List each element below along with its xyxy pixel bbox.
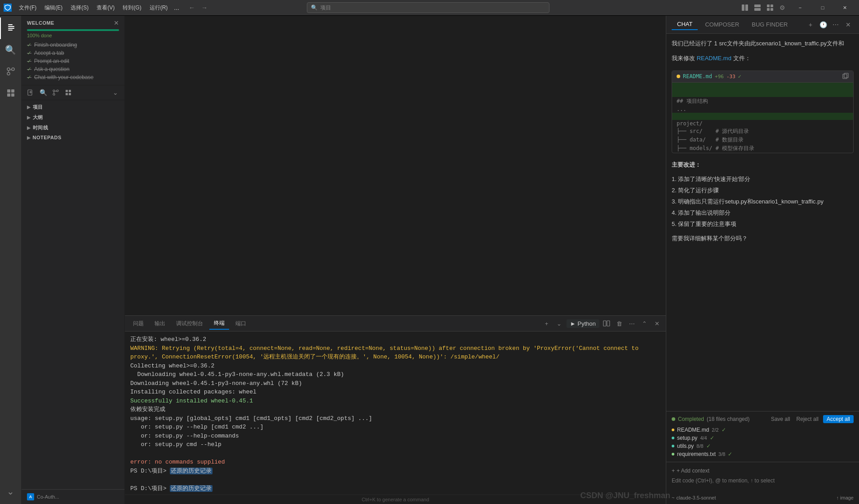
svg-rect-33 (603, 321, 606, 326)
save-all-btn[interactable]: Save all (769, 415, 792, 423)
chat-close-btn[interactable]: ✕ (843, 19, 854, 30)
terminal-highlight-cmd[interactable]: 还原的历史记录 (170, 468, 213, 474)
reject-all-btn[interactable]: Reject all (795, 415, 820, 423)
menu-run[interactable]: 运行(R) (146, 2, 172, 13)
sidebar-toolbar: 🔍 ⌄ (22, 85, 124, 100)
add-context-label: + Add context (677, 468, 709, 474)
chat-new-btn[interactable]: + (805, 19, 816, 30)
file-name: setup.py (677, 435, 697, 441)
chat-history-btn[interactable]: 🕐 (818, 19, 828, 30)
activity-source-control[interactable] (0, 61, 22, 82)
sidebar-search[interactable]: 🔍 (38, 87, 49, 98)
diff-box: README.md +96 -33 ✓ ## 项目结构 ... (672, 71, 854, 153)
close-button[interactable]: ✕ (835, 0, 855, 16)
menu-goto[interactable]: 转到(G) (119, 2, 145, 13)
activity-bar: 🔍 ⌄ (0, 16, 22, 504)
menu-file[interactable]: 文件(F) (15, 2, 40, 13)
terminal-more-btn[interactable]: ⋯ (626, 318, 637, 329)
tab-debug-console[interactable]: 调试控制台 (172, 318, 208, 329)
menu-select[interactable]: 选择(S) (67, 2, 92, 13)
nav-buttons: ← → (186, 2, 210, 13)
sidebar-source-ctrl[interactable] (50, 87, 61, 98)
terminal-highlight-cmd2[interactable]: 还原的历史记录 (170, 485, 213, 492)
ai-status-bar: A Co-Auth... (22, 489, 124, 504)
svg-rect-21 (28, 90, 32, 95)
file-check: ✓ (722, 427, 726, 433)
diff-copy-btn[interactable] (842, 73, 849, 80)
editor-area (125, 16, 666, 315)
tab-problems[interactable]: 问题 (128, 318, 148, 329)
activity-search[interactable]: 🔍 (0, 39, 22, 61)
maximize-button[interactable]: □ (812, 0, 833, 16)
menu-more[interactable]: ... (172, 2, 181, 13)
terminal-line (130, 449, 660, 458)
sidebar-section-notepads[interactable]: ▶ NOTEPADS (22, 133, 124, 142)
tab-terminal[interactable]: 终端 (209, 318, 229, 330)
chat-more-btn[interactable]: ⋯ (830, 19, 841, 30)
chat-input-field[interactable] (672, 476, 854, 492)
tab-chat[interactable]: CHAT (672, 19, 698, 30)
add-context-btn[interactable]: + + Add context (672, 466, 854, 476)
image-upload-btn[interactable]: ↑ image (836, 495, 854, 500)
accept-all-btn[interactable]: Accept all (823, 415, 854, 423)
terminal-hint: Ctrl+K to generate a command (125, 495, 666, 504)
menu-view[interactable]: 查看(V) (93, 2, 118, 13)
chat-message-list: 1. 添加了清晰的'快速开始'部分 2. 简化了运行步骤 3. 明确指出只需运行… (672, 175, 854, 229)
settings-icon[interactable]: ⚙ (777, 2, 788, 13)
terminal-trash-btn[interactable]: 🗑 (614, 318, 624, 329)
terminal-line-warn: WARNING: Retrying (Retry(total=4, connec… (130, 344, 660, 362)
terminal-expand-btn[interactable]: ⌃ (639, 318, 650, 329)
terminal-close-btn[interactable]: ✕ (651, 318, 662, 329)
check-icon: ✓ (27, 42, 31, 48)
svg-rect-32 (69, 93, 71, 95)
terminal-line-success: Successfully installed wheel-0.45.1 (130, 397, 660, 406)
layout3-icon[interactable] (765, 2, 775, 13)
layout-icon[interactable] (739, 2, 750, 13)
terminal-add-btn[interactable]: + (541, 318, 552, 329)
minimize-button[interactable]: − (790, 0, 810, 16)
search-bar[interactable]: 🔍 项目 (307, 2, 549, 13)
sidebar-sections: ▶ 项目 ▶ 大纲 ▶ 时间线 ▶ NOTEPADS (22, 100, 124, 144)
sidebar-section-timeline[interactable]: ▶ 时间线 (22, 123, 124, 133)
tab-ports[interactable]: 端口 (231, 318, 251, 329)
welcome-panel: WELCOME ✕ 100% done ✓ Finish onboarding … (22, 16, 124, 85)
check-icon: ✓ (27, 50, 31, 56)
tab-output[interactable]: 输出 (150, 318, 170, 329)
file-type-dot (672, 429, 674, 431)
svg-rect-17 (7, 89, 10, 93)
sidebar-grid[interactable] (63, 87, 74, 98)
file-entry-requirements: requirements.txt 3/8 ✓ (672, 450, 854, 458)
file-entry-setup: setup.py 4/4 ✓ (672, 434, 854, 442)
activity-extensions[interactable] (0, 82, 22, 104)
layout2-icon[interactable] (752, 2, 763, 13)
tab-bug-finder[interactable]: BUG FINDER (746, 19, 793, 30)
nav-back[interactable]: ← (186, 2, 197, 13)
activity-more[interactable]: ⌄ (0, 481, 22, 502)
nav-forward[interactable]: → (199, 2, 210, 13)
activity-explorer[interactable] (0, 18, 22, 39)
chat-input-footer: ~ claude-3.5-sonnet ↑ image (672, 495, 854, 500)
terminal-line: Installing collected packages: wheel (130, 388, 660, 397)
welcome-close-btn[interactable]: ✕ (114, 19, 119, 27)
sidebar-new-file[interactable] (25, 87, 36, 98)
model-select[interactable]: ~ claude-3.5-sonnet (672, 495, 716, 500)
chevron-right-icon: ▶ (27, 125, 31, 130)
file-stat: 2/2 (712, 427, 718, 433)
ai-label: Co-Auth... (37, 494, 59, 500)
terminal-content[interactable]: 正在安装: wheel>=0.36.2 WARNING: Retrying (R… (125, 332, 666, 495)
diff-filename: README.md (683, 73, 712, 80)
list-item-3: 3. 明确指出只需运行setup.py和scenario1_known_traf… (672, 197, 854, 207)
chat-message-text: 我们已经运行了 1 src文件夹由此scenario1_known_traffi… (672, 40, 844, 47)
terminal-chevron-btn[interactable]: ⌄ (554, 318, 565, 329)
tab-composer[interactable]: COMPOSER (700, 19, 744, 30)
terminal-split-btn[interactable] (601, 318, 612, 329)
svg-rect-11 (8, 30, 13, 31)
welcome-title: WELCOME (27, 20, 54, 26)
chat-text-prefix: 我来修改 (672, 55, 697, 62)
diff-line: ├── models/ # 模型保存目录 (672, 144, 853, 153)
sidebar-chevron-down[interactable]: ⌄ (110, 87, 121, 98)
terminal-shell-label[interactable]: ► Python (567, 319, 599, 328)
sidebar-section-project[interactable]: ▶ 项目 (22, 102, 124, 112)
menu-edit[interactable]: 编辑(E) (41, 2, 66, 13)
sidebar-section-outline[interactable]: ▶ 大纲 (22, 112, 124, 123)
